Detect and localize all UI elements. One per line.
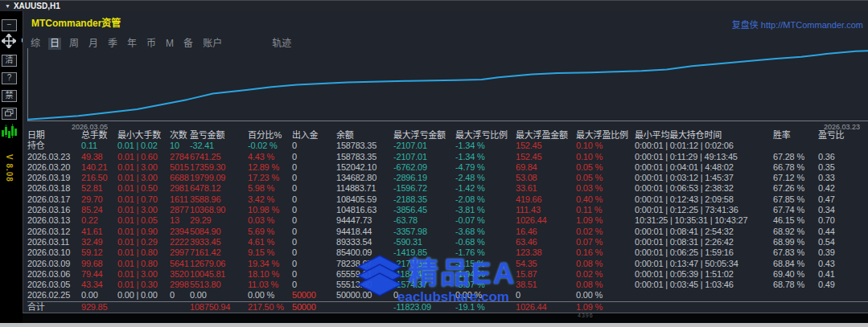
table-cell: 85400.09 [336,247,393,258]
table-cell: 69.40 % [773,269,818,280]
column-header: 总手数 [81,130,117,141]
table-cell: 152042.10 [336,162,393,173]
table-cell: -6762.09 [393,162,455,173]
table-row: 2026.03.2349.380.01 | 0.6027846741.254.4… [27,152,868,162]
table-cell [818,302,868,313]
table-cell: -0.68 % [455,237,516,247]
table-cell: 0:00:01 | 0:11:29 | 49:13:45 [635,152,773,162]
table-cell: 67.28 % [773,152,818,162]
table-cell: -0.07 % [455,215,516,226]
table-cell: 0 [170,290,190,300]
table-cell: 1.09 % [576,302,635,313]
move-icon[interactable] [2,34,16,48]
column-header: 盈亏金额 [190,130,248,141]
table-cell: 94418.44 [336,227,393,237]
column-header: 最大浮亏比例 [455,130,516,141]
table-cell: 0.10 % [576,152,635,162]
menu-bar: 综日周月季年币M备账户轨迹 [29,35,299,47]
table-cell: -2896.19 [393,173,455,183]
table-cell: 29.29 [190,215,248,226]
table-cell: 0.35 [818,162,868,173]
table-cell: 59.12 [81,247,117,258]
table-cell: 15.87 [516,269,576,280]
table-cell: 0.08 % [576,280,635,290]
table-cell: 4.43 % [248,152,292,162]
table-cell: 33.61 [516,183,576,194]
table-cell [635,290,773,300]
table-cell: -19.1 % [455,302,516,313]
table-cell: 0 [292,269,336,280]
table-cell: 7161.42 [190,247,248,258]
table-cell: 217.50 % [248,302,292,313]
table-cell: 0 [292,173,336,183]
table-cell: 0 [292,152,336,162]
table-cell: 0.01 | 0.80 [117,259,170,269]
table-cell: 0.11 [81,141,117,151]
table-cell: -2188.35 [393,194,455,205]
table-cell: 0:00:01 | 0:03:12 | 1:45:37 [635,173,773,183]
table-cell: 0.41 [818,269,868,280]
table-cell: 0 [292,237,336,247]
table-cell [773,302,818,313]
table-cell: 2026.03.05 [27,280,81,290]
table-cell: 3.42 % [248,194,292,205]
column-header: 最大浮盈比例 [576,130,635,141]
table-cell: 0.36 [818,152,868,162]
table-cell: 2394 [170,227,190,237]
column-header: 最小平均最大持仓时间 [635,130,773,141]
chevron-down-icon[interactable]: ▼ [5,3,10,9]
table-header-row: 日期总手数最小大手数次数盈亏金额百分比%出入金余额最大浮亏金额最大浮亏比例最大浮… [27,130,868,141]
table-cell: 5641 [170,259,190,269]
table-row: 2026.02.250.000.00 | 0.0000.000.00 %5000… [27,290,868,300]
table-cell: 2026.03.23 [27,152,81,162]
forbid-button[interactable]: 禁 [2,90,17,102]
table-cell: 0 [292,205,336,215]
table-cell: 69.84 [516,162,576,173]
table-cell: -1.34 % [455,141,516,151]
table-cell: 4.61 % [248,237,292,247]
window-bottom-edge [0,323,868,327]
brand-link[interactable]: 复盘侠 http://MTCommander.com [732,18,863,31]
help-button[interactable]: ? [2,72,17,84]
table-row: 2026.03.1685.240.01 | 3.00287710368.9010… [27,205,868,215]
table-cell: 11.03 % [248,280,292,290]
table-cell: 6478.12 [190,183,248,194]
table-cell: 50000 [292,290,336,300]
table-cell: 0.01 | 3.00 [117,205,170,215]
table-cell: 0.00 | 0.00 [117,290,170,300]
window-restore-button[interactable] [2,108,17,120]
table-cell: -2.08 % [455,194,516,205]
table-cell: 0:00:01 | 0:08:31 | 2:26:42 [635,237,773,247]
table-row: 2026.03.130.220.01 | 0.051329.290.03 %09… [27,215,868,226]
table-cell: 0.00 % [576,290,635,300]
column-header: 余额 [336,130,393,141]
symbol-period-label[interactable]: XAUUSD,H1 [14,2,60,10]
table-row: 2026.03.0679.440.01 | 3.00352010045.8118… [27,269,868,280]
table-cell: 1026.44 [516,302,576,313]
collapse-button[interactable]: − [2,19,17,31]
table-cell: 0.00 % [455,290,516,300]
table-cell: 0 [292,215,336,226]
table-cell: -3856.45 [393,205,455,215]
table-cell: 0.08 % [576,259,635,269]
clear-button[interactable]: 清 [2,55,17,67]
table-cell: 2026.03.10 [27,247,81,258]
table-cell: 1611 [170,194,190,205]
table-cell: 104816.63 [336,205,393,215]
table-cell: 66.78 % [773,162,818,173]
version-label: V 8.08 [5,154,14,182]
table-cell: -1.42 % [455,183,516,194]
table-cell: 10368.90 [190,205,248,215]
table-cell: 0.11 % [576,205,635,215]
candles-icon[interactable] [2,124,19,138]
table-cell: 0 [393,290,455,300]
table-cell: -3.68 % [455,227,516,237]
table-cell: 0 [292,247,336,258]
stats-table: 日期总手数最小大手数次数盈亏金额百分比%出入金余额最大浮亏金额最大浮亏比例最大浮… [27,130,868,313]
table-cell [336,302,393,313]
column-header: 盈亏比 [818,130,868,141]
column-header: 日期 [27,130,81,141]
table-cell: 2877 [170,205,190,215]
table-cell: 108405.59 [336,194,393,205]
table-cell: 0 [292,227,336,237]
